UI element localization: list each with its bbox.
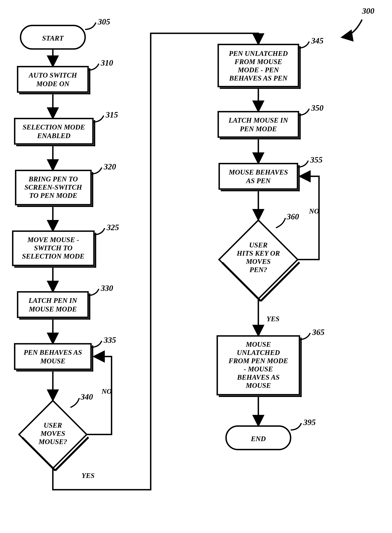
ref-355: 355 [310, 155, 322, 164]
label-330-1: MOUSE MODE [28, 305, 77, 313]
label-365-5: MOUSE [246, 382, 271, 389]
label-310-1: MODE ON [36, 80, 70, 88]
edge-360-yes: YES [258, 300, 280, 335]
ref-330: 330 [101, 284, 113, 293]
label-305: START [42, 34, 64, 42]
label-360-0: USER [249, 241, 267, 249]
svg-rect-25 [218, 112, 299, 137]
edge-no-340: NO [101, 387, 112, 395]
figure-ref-arrow: 300 [342, 6, 374, 37]
label-350-0: LATCH MOUSE IN [228, 116, 289, 124]
ref-395: 395 [303, 418, 316, 427]
label-360-2: MOVES [246, 257, 271, 265]
ref-315: 315 [106, 110, 118, 119]
svg-rect-16 [15, 344, 91, 369]
svg-rect-13 [18, 292, 88, 317]
label-310-0: AUTO SWITCH [28, 71, 77, 79]
label-340-2: MOUSE? [38, 438, 67, 446]
node-350: LATCH MOUSE IN PEN MODE 350 [218, 103, 323, 139]
label-355-1: AS PEN [246, 177, 271, 185]
label-320-1: SCREEN-SWITCH [24, 183, 82, 191]
figure-ref-300: 300 [362, 6, 374, 15]
label-315-1: ENABLED [37, 132, 70, 140]
label-335-0: PEN BEHAVES AS [23, 348, 82, 356]
label-365-4: BEHAVES AS [237, 373, 280, 381]
node-320: BRING PEN TO SCREEN-SWITCH TO PEN MODE 3… [16, 162, 116, 207]
node-310: AUTO SWITCH MODE ON 310 [18, 58, 113, 95]
label-365-2: FROM PEN MODE [228, 357, 288, 365]
node-360-decision: USER HITS KEY OR MOVES PEN? 360 [219, 212, 299, 301]
label-320-2: TO PEN MODE [29, 192, 77, 200]
svg-rect-1 [18, 67, 88, 92]
node-start: START 305 [21, 17, 110, 49]
label-365-1: UNLATCHED [237, 349, 280, 357]
label-320-0: BRING PEN TO [28, 175, 78, 183]
edge-no-360: NO [309, 207, 319, 215]
node-335: PEN BEHAVES AS MOUSE 335 [15, 336, 116, 371]
node-330: LATCH PEN IN MOUSE MODE 330 [18, 284, 113, 320]
edge-360-no: NO [298, 176, 319, 260]
flowchart-diagram: 300 START 305 AUTO SWITCH MODE ON 310 SE… [0, 0, 392, 533]
label-345-2: MODE - PEN [238, 66, 279, 74]
ref-345: 345 [311, 36, 323, 45]
label-315-0: SELECTION MODE [23, 123, 85, 131]
label-355-0: MOUSE BEHAVES [229, 168, 288, 176]
label-350-1: PEN MODE [240, 125, 277, 133]
label-345-0: PEN UNLATCHED [229, 50, 288, 57]
node-325: MOVE MOUSE - SWITCH TO SELECTION MODE 32… [13, 223, 119, 268]
node-345: PEN UNLATCHED FROM MOUSE MODE - PEN BEHA… [218, 36, 323, 89]
label-365-0: MOUSE [246, 340, 271, 348]
edge-yes-340: YES [82, 472, 94, 480]
ref-365: 365 [312, 328, 324, 337]
svg-rect-4 [15, 119, 93, 144]
label-345-1: FROM MOUSE [234, 58, 282, 66]
node-340-decision: USER MOVES MOUSE? 340 [19, 392, 93, 471]
label-325-1: SWITCH TO [34, 244, 72, 252]
ref-340: 340 [80, 392, 93, 401]
label-360-3: PEN? [249, 266, 267, 274]
label-325-0: MOVE MOUSE - [27, 236, 79, 244]
label-325-2: SELECTION MODE [22, 252, 84, 260]
ref-320: 320 [103, 162, 116, 171]
label-365-3: - MOUSE [244, 365, 273, 373]
ref-350: 350 [311, 103, 323, 112]
edge-yes-360: YES [266, 315, 280, 323]
label-340-0: USER [44, 421, 62, 429]
label-395: END [251, 435, 266, 443]
node-355: MOUSE BEHAVES AS PEN 355 [219, 155, 322, 191]
label-360-1: HITS KEY OR [237, 249, 280, 257]
node-end: END 395 [226, 418, 316, 450]
label-340-1: MOVES [40, 430, 65, 438]
svg-rect-28 [219, 164, 298, 189]
node-365: MOUSE UNLATCHED FROM PEN MODE - MOUSE BE… [217, 328, 324, 397]
ref-325: 325 [107, 223, 119, 232]
label-330-0: LATCH PEN IN [28, 297, 78, 305]
ref-335: 335 [103, 336, 116, 345]
label-335-1: MOUSE [40, 357, 65, 365]
label-345-3: BEHAVES AS PEN [229, 74, 288, 82]
node-315: SELECTION MODE ENABLED 315 [15, 110, 118, 146]
ref-310: 310 [101, 58, 113, 67]
ref-360: 360 [286, 212, 299, 221]
ref-305: 305 [98, 17, 110, 26]
